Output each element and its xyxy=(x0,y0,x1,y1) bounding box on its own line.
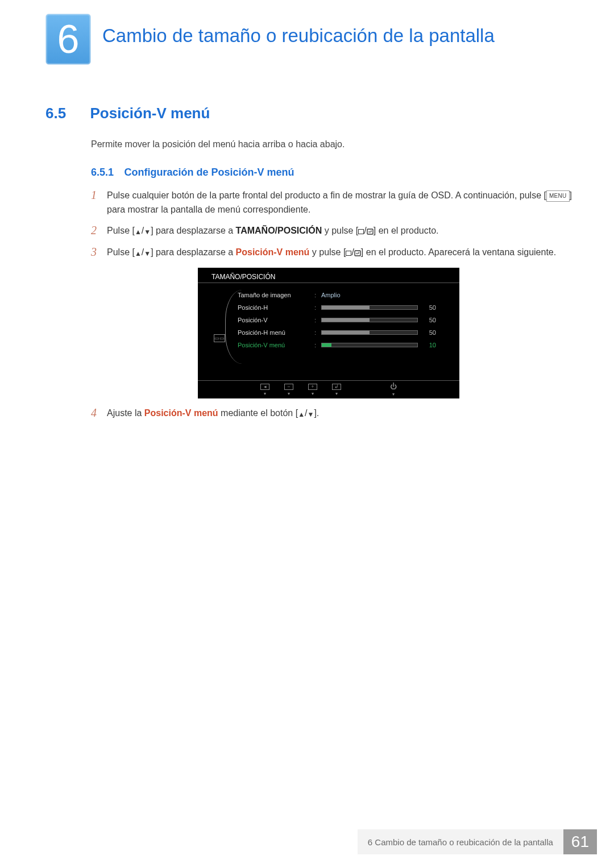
step-number: 1 xyxy=(91,189,107,217)
step-text: Ajuste la Posición-V menú mediante el bo… xyxy=(107,406,319,421)
osd-row-label: Posición-V menú xyxy=(238,342,314,348)
osd-slider: 50 xyxy=(321,317,448,323)
subsection-heading: 6.5.1 Configuración de Posición-V menú xyxy=(91,167,580,178)
footer-chapter-ref: 6 Cambio de tamaño o reubicación de la p… xyxy=(358,829,563,854)
square-icon xyxy=(358,229,364,234)
osd-plus-icon: +▾ xyxy=(308,384,317,396)
step-text: Pulse [▲/▼] para desplazarse a Posición-… xyxy=(107,246,556,261)
osd-colon: : xyxy=(314,342,321,348)
text-fragment: y pulse [ xyxy=(309,247,346,257)
osd-slider: 10 xyxy=(321,342,448,348)
osd-row: Posición-H menú:50 xyxy=(238,326,448,339)
text-fragment: mediante el botón [ xyxy=(218,408,298,418)
osd-row-label: Posición-H menú xyxy=(238,329,314,336)
step-number: 4 xyxy=(91,406,107,421)
osd-footer-buttons: ◂▾ −▾ +▾ ↲▾ ⏻▾ xyxy=(198,380,459,398)
subsection-title: Configuración de Posición-V menú xyxy=(125,167,294,178)
section-number: 6.5 xyxy=(45,105,88,122)
osd-row-value: 50 xyxy=(422,329,436,336)
step-text: Pulse cualquier botón de la parte fronta… xyxy=(107,189,580,217)
highlighted-term: Posición-V menú xyxy=(236,247,310,257)
subsection-number: 6.5.1 xyxy=(91,167,114,178)
chapter-number-badge: 6 xyxy=(45,14,91,65)
step-3: 3 Pulse [▲/▼] para desplazarse a Posició… xyxy=(91,246,580,261)
osd-title: TAMAÑO/POSICIÓN xyxy=(198,268,459,283)
triangle-up-icon: ▲ xyxy=(135,248,142,259)
step-2: 2 Pulse [▲/▼] para desplazarse a TAMAÑO/… xyxy=(91,224,580,239)
osd-minus-icon: −▾ xyxy=(284,384,293,396)
page-footer: 6 Cambio de tamaño o reubicación de la p… xyxy=(358,829,597,854)
footer-page-number: 61 xyxy=(563,829,597,854)
text-fragment: Ajuste la xyxy=(107,408,144,418)
text-fragment: Pulse [ xyxy=(107,226,135,235)
section-heading: 6.5 Posición-V menú xyxy=(45,105,580,122)
triangle-down-icon: ▼ xyxy=(308,409,314,420)
highlighted-term: Posición-V menú xyxy=(144,408,218,418)
osd-row-label: Posición-H xyxy=(238,304,314,311)
text-fragment: Pulse cualquier botón de la parte fronta… xyxy=(107,190,546,200)
step-text: Pulse [▲/▼] para desplazarse a TAMAÑO/PO… xyxy=(107,224,439,239)
osd-slider: 50 xyxy=(321,304,448,311)
step-number: 2 xyxy=(91,224,107,239)
osd-colon: : xyxy=(314,329,321,336)
osd-colon: : xyxy=(314,317,321,323)
osd-row-label: Posición-V xyxy=(238,317,314,323)
osd-row: Tamaño de imagen:Amplio xyxy=(238,289,448,301)
osd-colon: : xyxy=(314,292,321,298)
text-fragment: Pulse [ xyxy=(107,247,135,257)
osd-row: Posición-V menú:10 xyxy=(238,339,448,351)
chapter-header: 6 Cambio de tamaño o reubicación de la p… xyxy=(0,0,614,65)
menu-button-label: MENU xyxy=(546,190,570,202)
triangle-up-icon: ▲ xyxy=(298,409,305,420)
step-4: 4 Ajuste la Posición-V menú mediante el … xyxy=(91,406,580,421)
osd-row-value: 50 xyxy=(422,317,436,323)
osd-curve-decoration xyxy=(225,290,242,364)
osd-slider: 50 xyxy=(321,329,448,336)
enter-icon xyxy=(367,225,374,239)
section-intro: Permite mover la posición del menú hacia… xyxy=(91,139,580,149)
enter-icon xyxy=(354,247,361,261)
triangle-up-icon: ▲ xyxy=(135,227,142,238)
square-icon xyxy=(346,251,351,256)
text-fragment: ] en el producto. Aparecerá la ventana s… xyxy=(361,247,556,257)
text-fragment: ]. xyxy=(314,408,319,418)
step-number: 3 xyxy=(91,246,107,261)
text-fragment: ] para desplazarse a xyxy=(151,226,235,235)
osd-row: Posición-H:50 xyxy=(238,301,448,314)
bold-text: TAMAÑO/POSICIÓN xyxy=(236,226,322,235)
triangle-down-icon: ▼ xyxy=(144,248,151,259)
text-fragment: y pulse [ xyxy=(322,226,358,235)
osd-category-icon: ▭▭ xyxy=(214,334,225,342)
osd-row-value: 10 xyxy=(422,342,436,348)
osd-back-icon: ◂▾ xyxy=(260,384,269,396)
osd-colon: : xyxy=(314,304,321,311)
triangle-down-icon: ▼ xyxy=(144,227,151,238)
text-fragment: ] para desplazarse a xyxy=(151,247,235,257)
osd-screenshot: TAMAÑO/POSICIÓN ▭▭ Tamaño de imagen:Ampl… xyxy=(198,268,459,398)
step-1: 1 Pulse cualquier botón de la parte fron… xyxy=(91,189,580,217)
text-fragment: ] en el producto. xyxy=(374,226,439,235)
osd-row-label: Tamaño de imagen xyxy=(238,292,314,298)
osd-row-value: 50 xyxy=(422,304,436,311)
osd-power-icon: ⏻▾ xyxy=(390,383,397,397)
osd-row: Posición-V:50 xyxy=(238,314,448,326)
chapter-title: Cambio de tamaño o reubicación de la pan… xyxy=(102,14,495,47)
osd-enter-icon: ↲▾ xyxy=(332,384,341,396)
section-title: Posición-V menú xyxy=(90,105,210,122)
osd-row-value: Amplio xyxy=(321,292,341,298)
